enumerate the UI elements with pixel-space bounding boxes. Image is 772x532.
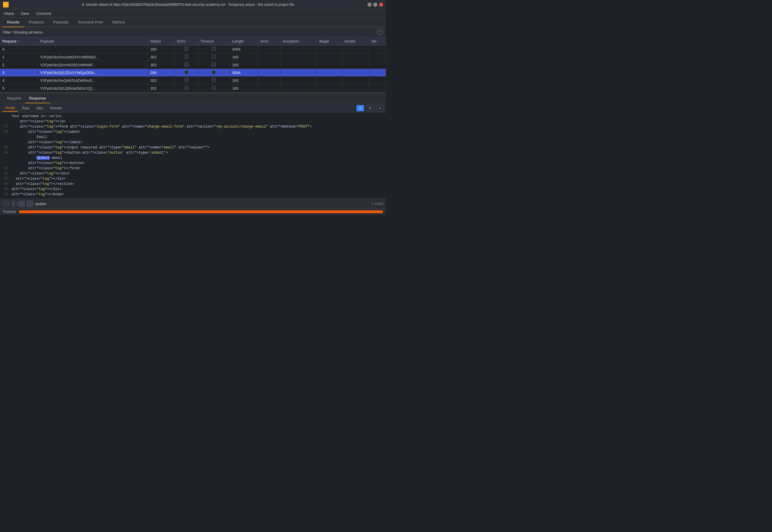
cell-timeout[interactable]: [198, 77, 230, 84]
menu-icon[interactable]: ≡: [376, 105, 384, 111]
tab-options[interactable]: Options: [107, 18, 130, 27]
cell-timeout[interactable]: [198, 69, 230, 77]
req-resp-tabs: Request Response: [0, 94, 386, 103]
search-settings-button[interactable]: ⚙: [10, 200, 17, 207]
cell-illegal: [317, 84, 342, 92]
line-content: Email: [10, 135, 386, 139]
minimize-button[interactable]: [367, 3, 372, 7]
code-line: 63 attr">class="tag"></div>: [0, 177, 386, 182]
table-row[interactable]: 4 Y2FybG9zOmQ4NTc4ZWRmO... 302 165: [0, 77, 386, 84]
cell-error2: [258, 84, 280, 92]
line-content: attr">class="tag"></div>: [10, 177, 386, 181]
tab-pretty[interactable]: Pretty: [2, 104, 18, 112]
tab-response[interactable]: Response: [25, 94, 50, 103]
wrap-icon[interactable]: ≡: [356, 105, 364, 111]
code-area[interactable]: Your username is: carlos attr">class="ta…: [0, 113, 386, 199]
tab-hex[interactable]: Hex: [34, 105, 46, 111]
search-next-button[interactable]: →: [27, 200, 33, 207]
cell-payload: Y2FybG9zOjI1ZjllNzk0MzIzYjQ...: [38, 84, 148, 92]
filter-bar: ?: [0, 27, 386, 37]
code-line: attr">class="tag"></p>: [0, 119, 386, 125]
tab-render[interactable]: Render: [47, 105, 65, 111]
col-fail[interactable]: fail: [369, 37, 386, 45]
tab-payloads[interactable]: Payloads: [49, 18, 73, 27]
code-line: 58 attr">class="tag"><label>: [0, 130, 386, 135]
line-number: 64: [0, 182, 10, 186]
line-number: 65: [0, 187, 10, 191]
line-content: attr">class="tag"></button>: [10, 161, 386, 165]
table-scroll-area[interactable]: Request ↑ Payload Status Error Timeout L…: [0, 37, 386, 92]
col-payload[interactable]: Payload: [38, 37, 148, 45]
cell-invalid: [342, 69, 369, 77]
menu-attack[interactable]: Attack: [2, 11, 15, 16]
cell-invalid: [342, 53, 369, 61]
table-row[interactable]: 0 200 3094: [0, 45, 386, 53]
col-error2[interactable]: error: [258, 37, 280, 45]
cell-illegal: [317, 77, 342, 84]
cell-illegal: [317, 53, 342, 61]
cell-length: 3094: [230, 45, 258, 53]
col-length[interactable]: Length: [230, 37, 258, 45]
filter-input[interactable]: [3, 30, 377, 34]
filter-help-button[interactable]: ?: [377, 29, 383, 35]
table-row[interactable]: 3 Y2FybG9zOjI1ZDU1YWQyODN... 200 3094: [0, 69, 386, 77]
cell-payload: Y2FybG9zOjI1ZDU1YWQyODN...: [38, 69, 148, 77]
cell-length: 165: [230, 84, 258, 92]
search-input[interactable]: [35, 202, 370, 206]
menu-columns[interactable]: Columns: [35, 11, 52, 16]
tab-positions[interactable]: Positions: [24, 18, 49, 27]
cell-status: 302: [148, 61, 175, 69]
table-row[interactable]: 1 Y2FybG9zOmUxMGFkYzM5NkD... 302 165: [0, 53, 386, 61]
cell-fail: [369, 61, 386, 69]
cell-error[interactable]: [175, 53, 198, 61]
col-illegal[interactable]: illegal: [317, 37, 342, 45]
cell-error[interactable]: [175, 69, 198, 77]
menu-save[interactable]: Save: [20, 11, 31, 16]
cell-request: 1: [0, 53, 38, 61]
cell-illegal: [317, 45, 342, 53]
cell-invalid: [342, 45, 369, 53]
line-content: attr">class="tag"></p>: [10, 119, 386, 124]
tab-results[interactable]: Results: [2, 18, 24, 27]
code-line: attr">class="tag"></button>: [0, 161, 386, 166]
cell-error[interactable]: [175, 84, 198, 92]
title-bar: ⚡ 6. Intruder attack of https://0ab100db…: [0, 0, 386, 10]
table-row[interactable]: 2 Y2FybG9zOjVmNGRjYzNiNWF... 302 165: [0, 61, 386, 69]
search-help-button[interactable]: ?: [2, 200, 9, 207]
cell-timeout[interactable]: [198, 45, 230, 53]
code-line: 64 attr">class="tag"></section>: [0, 182, 386, 187]
search-prev-button[interactable]: ←: [19, 200, 25, 207]
col-exception[interactable]: exception: [280, 37, 317, 45]
cell-status: 200: [148, 45, 175, 53]
code-line: attr">class="tag"></label>: [0, 140, 386, 146]
col-timeout[interactable]: Timeout: [198, 37, 230, 45]
col-status[interactable]: Status: [148, 37, 175, 45]
cell-timeout[interactable]: [198, 84, 230, 92]
tab-resource-pool[interactable]: Resource Pool: [73, 18, 107, 27]
code-line: 62 attr">class="tag"></div>: [0, 172, 386, 177]
cell-error[interactable]: [175, 61, 198, 69]
cell-error2: [258, 61, 280, 69]
cell-timeout[interactable]: [198, 53, 230, 61]
cell-request: 2: [0, 61, 38, 69]
cell-fail: [369, 69, 386, 77]
cell-exception: [280, 53, 317, 61]
tab-raw[interactable]: Raw: [19, 105, 32, 111]
maximize-button[interactable]: [373, 3, 377, 7]
table-row[interactable]: 5 Y2FybG9zOjI1ZjllNzk0MzIzYjQ... 302 165: [0, 84, 386, 92]
ln-icon[interactable]: ln: [366, 105, 374, 111]
cell-request: 0: [0, 45, 38, 53]
col-invalid[interactable]: invalid: [342, 37, 369, 45]
col-error[interactable]: Error: [175, 37, 198, 45]
cell-fail: [369, 53, 386, 61]
cell-error2: [258, 69, 280, 77]
cell-error[interactable]: [175, 77, 198, 84]
cell-request: 5: [0, 84, 38, 92]
cell-illegal: [317, 61, 342, 69]
cell-status: 302: [148, 77, 175, 84]
cell-error[interactable]: [175, 45, 198, 53]
tab-request[interactable]: Request: [3, 94, 25, 103]
cell-timeout[interactable]: [198, 61, 230, 69]
col-request[interactable]: Request ↑: [0, 37, 38, 45]
close-button[interactable]: [379, 3, 383, 7]
